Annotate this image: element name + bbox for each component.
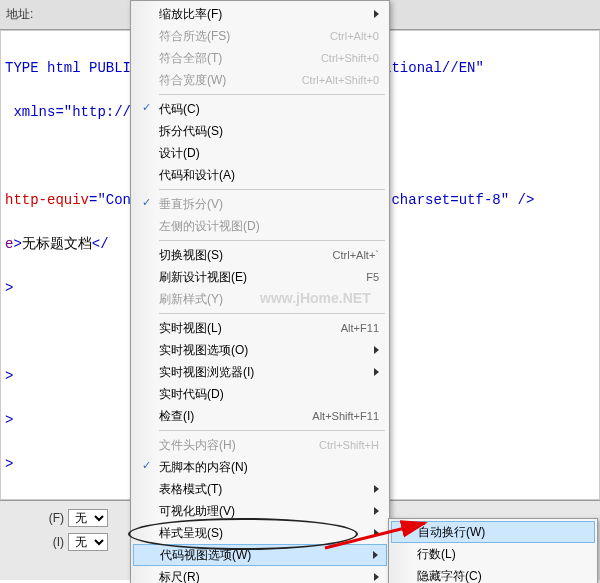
menu-switch-view[interactable]: 切换视图(S)Ctrl+Alt+`: [133, 244, 387, 266]
menu-live-view-browser[interactable]: 实时视图浏览器(I): [133, 361, 387, 383]
submenu-word-wrap[interactable]: 自动换行(W): [391, 521, 595, 543]
menu-refresh-style: 刷新样式(Y): [133, 288, 387, 310]
submenu-hidden-chars[interactable]: 隐藏字符(C): [391, 565, 595, 583]
menu-split-code[interactable]: 拆分代码(S): [133, 120, 387, 142]
chevron-right-icon: [374, 368, 379, 376]
menu-fit-width: 符合宽度(W)Ctrl+Alt+Shift+0: [133, 69, 387, 91]
chevron-right-icon: [374, 346, 379, 354]
address-label: 地址:: [6, 6, 33, 23]
menu-head-content: 文件头内容(H)Ctrl+Shift+H: [133, 434, 387, 456]
menu-code[interactable]: ✓代码(C): [133, 98, 387, 120]
check-icon: ✓: [139, 101, 153, 115]
prop-i-select[interactable]: 无: [68, 533, 108, 551]
view-menu: 缩放比率(F) 符合所选(FS)Ctrl+Alt+0 符合全部(T)Ctrl+S…: [130, 0, 390, 583]
menu-code-view-options[interactable]: 代码视图选项(W): [133, 544, 387, 566]
check-icon: ✓: [139, 196, 153, 210]
chevron-right-icon: [373, 551, 378, 559]
prop-i-label: (I): [8, 535, 68, 549]
menu-refresh-design[interactable]: 刷新设计视图(E)F5: [133, 266, 387, 288]
code-line-4-title: 无标题文档: [22, 236, 92, 252]
menu-rulers[interactable]: 标尺(R): [133, 566, 387, 583]
menu-zoom[interactable]: 缩放比率(F): [133, 3, 387, 25]
check-icon: ✓: [139, 459, 153, 473]
chevron-right-icon: [374, 10, 379, 18]
chevron-right-icon: [374, 573, 379, 581]
menu-style-rendering[interactable]: 样式呈现(S): [133, 522, 387, 544]
menu-table-mode[interactable]: 表格模式(T): [133, 478, 387, 500]
menu-visual-aids[interactable]: 可视化助理(V): [133, 500, 387, 522]
submenu-line-numbers[interactable]: 行数(L): [391, 543, 595, 565]
menu-inspect[interactable]: 检查(I)Alt+Shift+F11: [133, 405, 387, 427]
menu-design[interactable]: 设计(D): [133, 142, 387, 164]
menu-left-design-view: 左侧的设计视图(D): [133, 215, 387, 237]
menu-fit-all: 符合全部(T)Ctrl+Shift+0: [133, 47, 387, 69]
menu-fit-selection: 符合所选(FS)Ctrl+Alt+0: [133, 25, 387, 47]
menu-live-code[interactable]: 实时代码(D): [133, 383, 387, 405]
chevron-right-icon: [374, 485, 379, 493]
menu-vertical-split: ✓垂直拆分(V): [133, 193, 387, 215]
chevron-right-icon: [374, 529, 379, 537]
code-line-3a: http-equiv: [5, 192, 89, 208]
chevron-right-icon: [374, 507, 379, 515]
menu-live-view[interactable]: 实时视图(L)Alt+F11: [133, 317, 387, 339]
menu-code-and-design[interactable]: 代码和设计(A): [133, 164, 387, 186]
code-view-options-submenu: 自动换行(W) 行数(L) 隐藏字符(C): [388, 518, 598, 583]
menu-live-view-options[interactable]: 实时视图选项(O): [133, 339, 387, 361]
menu-noscript-content[interactable]: ✓无脚本的内容(N): [133, 456, 387, 478]
